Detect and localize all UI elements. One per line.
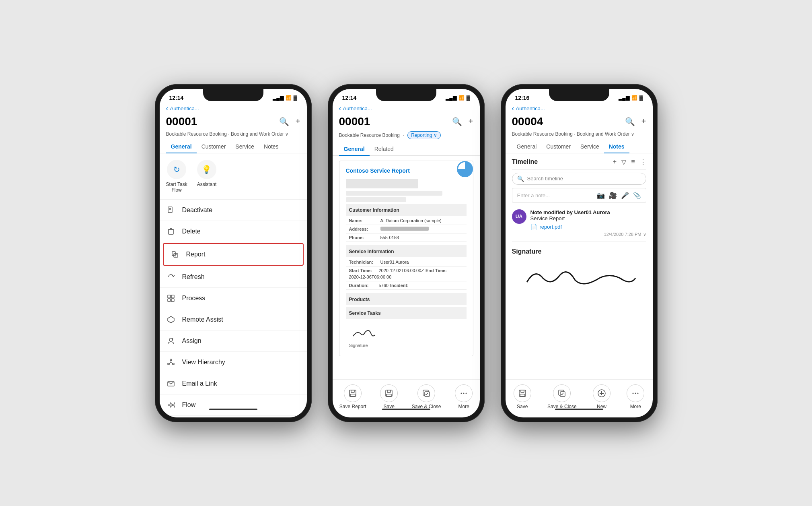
breadcrumb-text-3: Bookable Resource Booking · Booking and … <box>512 131 630 137</box>
timeline-search[interactable]: 🔍 <box>512 173 646 185</box>
menu-item-assign[interactable]: Assign <box>160 330 307 352</box>
notch-2 <box>376 89 436 101</box>
timeline-more-btn[interactable]: ⋮ <box>640 158 646 166</box>
new-btn-3[interactable]: New <box>593 384 611 409</box>
add-icon-3[interactable]: + <box>641 117 646 126</box>
report-end-label: End Time: <box>426 268 454 273</box>
camera-icon[interactable]: 📷 <box>597 192 605 199</box>
breadcrumb-chevron-1[interactable]: ∨ <box>285 132 288 136</box>
report-field-tech: Technician: User01 Aurora <box>346 258 467 266</box>
save-btn-2[interactable]: Save <box>380 384 398 409</box>
note-content: Note modified by User01 Aurora Service R… <box>530 209 646 237</box>
tab-notes-1[interactable]: Notes <box>259 140 284 153</box>
back-label-3: Authentica... <box>516 105 545 112</box>
menu-item-remote-assist[interactable]: Remote Assist <box>160 309 307 330</box>
menu-item-flow[interactable]: Flow <box>160 394 307 416</box>
tab-customer-3[interactable]: Customer <box>541 140 576 153</box>
signature-canvas <box>512 260 646 292</box>
svg-rect-12 <box>168 299 171 302</box>
tab-general-1[interactable]: General <box>166 140 197 153</box>
breadcrumb-2: Bookable Resource Booking · Reporting ∨ <box>333 131 480 143</box>
svg-point-15 <box>169 338 173 341</box>
report-tech-value: User01 Aurora <box>380 260 409 264</box>
tab-notes-3[interactable]: Notes <box>604 140 629 153</box>
menu-item-refresh[interactable]: Refresh <box>160 266 307 288</box>
more-btn-2[interactable]: More <box>455 384 473 409</box>
menu-item-email-link[interactable]: Email a Link <box>160 373 307 394</box>
video-icon[interactable]: 🎥 <box>609 192 617 199</box>
search-icon-3[interactable]: 🔍 <box>625 117 635 126</box>
header-actions-1: 🔍 + <box>279 115 300 126</box>
battery-icon-2: ▓ <box>467 95 470 101</box>
menu-item-word-templates[interactable]: W Word Templates <box>160 416 307 417</box>
status-icons-2: ▂▄▆ 📶 ▓ <box>446 95 470 101</box>
note-input-area[interactable]: Enter a note... 📷 🎥 🎤 📎 <box>512 188 646 203</box>
report-field-address: Address: <box>346 225 467 233</box>
more-btn-3[interactable]: More <box>627 384 644 409</box>
note-entry: UA Note modified by User01 Aurora Servic… <box>512 205 646 242</box>
home-indicator-1 <box>209 409 257 410</box>
back-bar-2[interactable]: ‹ Authentica... <box>333 103 480 114</box>
note-timestamp: 12/4/2020 7:28 PM ∨ <box>530 232 646 237</box>
tab-general-3[interactable]: General <box>512 140 542 153</box>
tab-service-3[interactable]: Service <box>576 140 604 153</box>
timeline-add-btn[interactable]: + <box>613 158 617 165</box>
menu-list-1: Deactivate Delete Report <box>160 200 307 417</box>
tab-service-1[interactable]: Service <box>230 140 259 153</box>
back-arrow-3[interactable]: ‹ <box>512 104 514 113</box>
report-end-value: 2020-12-06T06:00:00 <box>349 275 392 279</box>
svg-rect-39 <box>521 390 524 392</box>
signature-svg-2 <box>349 326 381 342</box>
signature-area-2: Signature <box>346 320 467 349</box>
back-arrow-1[interactable]: ‹ <box>166 104 169 113</box>
new-icon-3 <box>593 384 611 402</box>
tab-related-2[interactable]: Related <box>370 143 399 155</box>
note-input-icons: 📷 🎥 🎤 📎 <box>597 192 641 199</box>
tab-customer-1[interactable]: Customer <box>197 140 231 153</box>
status-time-1: 12:14 <box>169 95 184 101</box>
report-phone-value: 555-0158 <box>380 235 399 240</box>
menu-item-view-hierarchy[interactable]: View Hierarchy <box>160 352 307 373</box>
mic-icon[interactable]: 🎤 <box>621 192 629 199</box>
back-bar-3[interactable]: ‹ Authentica... <box>506 103 653 114</box>
save-close-btn-2[interactable]: Save & Close <box>412 384 441 409</box>
assign-icon <box>166 336 176 346</box>
signal-icon-3: ▂▄▆ <box>619 95 629 101</box>
add-icon-1[interactable]: + <box>296 117 300 126</box>
reporting-badge[interactable]: Reporting ∨ <box>407 131 441 139</box>
tab-general-2[interactable]: General <box>339 143 370 155</box>
save-close-btn-3[interactable]: Save & Close <box>547 384 577 409</box>
timestamp-chevron[interactable]: ∨ <box>643 232 646 237</box>
timeline-header: Timeline + ▽ ≡ ⋮ <box>512 153 646 169</box>
report-address-value <box>380 227 429 231</box>
timeline-sort-btn[interactable]: ≡ <box>631 158 635 165</box>
note-attachment[interactable]: 📄 report.pdf <box>530 224 646 230</box>
quick-action-start-task-flow[interactable]: ↻ Start TaskFlow <box>166 160 187 193</box>
report-incident-label: Incident: <box>390 283 418 288</box>
add-icon-2[interactable]: + <box>469 117 473 126</box>
timeline-search-input[interactable] <box>527 176 641 182</box>
save-report-btn[interactable]: Save Report <box>339 384 366 409</box>
signature-drawing <box>512 260 646 292</box>
menu-item-deactivate[interactable]: Deactivate <box>160 200 307 221</box>
report-name-value: A. Datum Corporation (sample) <box>380 218 442 223</box>
attach-icon[interactable]: 📎 <box>633 192 641 199</box>
menu-item-delete[interactable]: Delete <box>160 221 307 242</box>
note-attachment-link[interactable]: report.pdf <box>540 224 562 230</box>
timeline-filter-btn[interactable]: ▽ <box>621 158 626 166</box>
breadcrumb-chevron-3[interactable]: ∨ <box>631 132 634 136</box>
search-icon-1[interactable]: 🔍 <box>279 117 289 126</box>
back-arrow-2[interactable]: ‹ <box>339 104 341 113</box>
more-icon-3 <box>627 384 644 402</box>
svg-point-36 <box>463 392 465 394</box>
back-bar-1[interactable]: ‹ Authentica... <box>160 103 307 114</box>
menu-item-process[interactable]: Process <box>160 288 307 309</box>
save-btn-3[interactable]: Save <box>514 384 531 409</box>
search-icon-2[interactable]: 🔍 <box>452 117 462 126</box>
report-name-label: Name: <box>349 218 377 223</box>
menu-item-report[interactable]: Report <box>163 243 304 266</box>
quick-action-assistant[interactable]: 💡 Assistant <box>197 160 217 193</box>
svg-rect-29 <box>350 394 355 397</box>
notch-1 <box>203 89 263 101</box>
svg-rect-13 <box>171 299 174 302</box>
